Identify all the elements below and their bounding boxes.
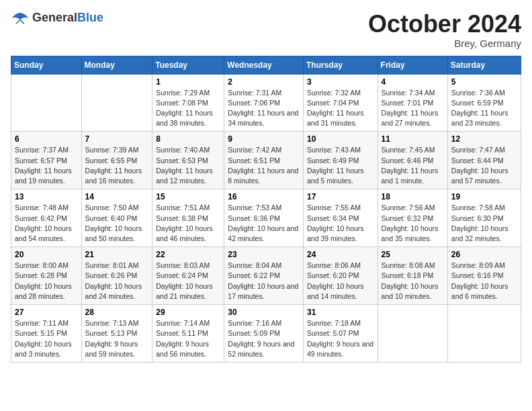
day-number: 6 [15, 134, 78, 144]
day-info: Sunrise: 8:06 AMSunset: 6:20 PMDaylight:… [307, 261, 374, 302]
calendar-cell: 25Sunrise: 8:08 AMSunset: 6:18 PMDayligh… [378, 247, 447, 305]
day-info: Sunrise: 7:16 AMSunset: 5:09 PMDaylight:… [228, 318, 300, 359]
day-number: 5 [451, 77, 517, 87]
day-number: 30 [228, 308, 300, 317]
calendar-cell: 6Sunrise: 7:37 AMSunset: 6:57 PMDaylight… [11, 132, 82, 189]
logo-bird-icon [11, 11, 30, 25]
title-area: October 2024 Brey, Germany [368, 11, 521, 49]
day-info: Sunrise: 7:58 AMSunset: 6:30 PMDaylight:… [451, 203, 517, 244]
day-number: 17 [307, 192, 374, 201]
calendar-cell: 2Sunrise: 7:31 AMSunset: 7:06 PMDaylight… [224, 74, 304, 132]
calendar-cell: 20Sunrise: 8:00 AMSunset: 6:28 PMDayligh… [11, 247, 82, 305]
day-info: Sunrise: 7:14 AMSunset: 5:11 PMDaylight:… [156, 318, 220, 359]
day-number: 13 [15, 192, 78, 201]
day-number: 8 [156, 134, 220, 144]
calendar-cell: 7Sunrise: 7:39 AMSunset: 6:55 PMDaylight… [81, 132, 152, 189]
day-number: 7 [85, 134, 149, 144]
calendar-cell: 26Sunrise: 8:09 AMSunset: 6:16 PMDayligh… [447, 247, 521, 305]
calendar-cell [11, 74, 82, 132]
day-info: Sunrise: 8:08 AMSunset: 6:18 PMDaylight:… [382, 261, 444, 302]
day-number: 27 [15, 308, 78, 317]
calendar-week-row: 1Sunrise: 7:29 AMSunset: 7:08 PMDaylight… [11, 74, 521, 132]
calendar-week-row: 27Sunrise: 7:11 AMSunset: 5:15 PMDayligh… [11, 305, 521, 363]
day-number: 16 [228, 192, 300, 201]
day-info: Sunrise: 7:18 AMSunset: 5:07 PMDaylight:… [307, 318, 374, 359]
calendar-cell: 21Sunrise: 8:01 AMSunset: 6:26 PMDayligh… [81, 247, 152, 305]
location-title: Brey, Germany [368, 38, 521, 49]
calendar-cell [447, 305, 521, 363]
page-header: GeneralBlue October 2024 Brey, Germany [11, 11, 521, 49]
calendar-cell: 22Sunrise: 8:03 AMSunset: 6:24 PMDayligh… [152, 247, 224, 305]
day-info: Sunrise: 7:31 AMSunset: 7:06 PMDaylight:… [228, 88, 300, 129]
weekday-header-saturday: Saturday [447, 56, 521, 74]
day-info: Sunrise: 8:01 AMSunset: 6:26 PMDaylight:… [85, 261, 149, 302]
weekday-header-friday: Friday [378, 56, 447, 74]
day-info: Sunrise: 7:51 AMSunset: 6:38 PMDaylight:… [156, 203, 220, 244]
day-number: 31 [307, 308, 374, 317]
day-number: 12 [451, 134, 517, 144]
logo: GeneralBlue [11, 11, 103, 25]
day-info: Sunrise: 7:40 AMSunset: 6:53 PMDaylight:… [156, 145, 220, 186]
day-number: 19 [451, 192, 517, 201]
day-number: 3 [307, 77, 374, 87]
calendar-cell: 23Sunrise: 8:04 AMSunset: 6:22 PMDayligh… [224, 247, 304, 305]
calendar-cell: 29Sunrise: 7:14 AMSunset: 5:11 PMDayligh… [152, 305, 224, 363]
calendar-cell: 5Sunrise: 7:36 AMSunset: 6:59 PMDaylight… [447, 74, 521, 132]
day-info: Sunrise: 7:39 AMSunset: 6:55 PMDaylight:… [85, 145, 149, 186]
day-number: 9 [228, 134, 300, 144]
calendar-cell: 16Sunrise: 7:53 AMSunset: 6:36 PMDayligh… [224, 189, 304, 247]
day-info: Sunrise: 8:09 AMSunset: 6:16 PMDaylight:… [451, 261, 517, 302]
weekday-header-monday: Monday [81, 56, 152, 74]
day-info: Sunrise: 7:47 AMSunset: 6:44 PMDaylight:… [451, 145, 517, 186]
day-info: Sunrise: 7:34 AMSunset: 7:01 PMDaylight:… [382, 88, 444, 129]
calendar-week-row: 20Sunrise: 8:00 AMSunset: 6:28 PMDayligh… [11, 247, 521, 305]
weekday-header-sunday: Sunday [11, 56, 82, 74]
calendar-table: SundayMondayTuesdayWednesdayThursdayFrid… [11, 56, 521, 363]
day-info: Sunrise: 7:29 AMSunset: 7:08 PMDaylight:… [156, 88, 220, 129]
day-number: 18 [382, 192, 444, 201]
calendar-cell: 17Sunrise: 7:55 AMSunset: 6:34 PMDayligh… [303, 189, 378, 247]
calendar-cell [81, 74, 152, 132]
calendar-week-row: 6Sunrise: 7:37 AMSunset: 6:57 PMDaylight… [11, 132, 521, 189]
day-number: 11 [382, 134, 444, 144]
calendar-cell [378, 305, 447, 363]
day-info: Sunrise: 7:32 AMSunset: 7:04 PMDaylight:… [307, 88, 374, 129]
day-number: 10 [307, 134, 374, 144]
calendar-cell: 30Sunrise: 7:16 AMSunset: 5:09 PMDayligh… [224, 305, 304, 363]
weekday-header-row: SundayMondayTuesdayWednesdayThursdayFrid… [11, 56, 521, 74]
logo-text-blue: Blue [77, 11, 103, 24]
day-info: Sunrise: 7:48 AMSunset: 6:42 PMDaylight:… [15, 203, 78, 244]
day-info: Sunrise: 7:55 AMSunset: 6:34 PMDaylight:… [307, 203, 374, 244]
day-number: 1 [156, 77, 220, 87]
weekday-header-thursday: Thursday [303, 56, 378, 74]
day-number: 2 [228, 77, 300, 87]
calendar-cell: 19Sunrise: 7:58 AMSunset: 6:30 PMDayligh… [447, 189, 521, 247]
day-info: Sunrise: 7:53 AMSunset: 6:36 PMDaylight:… [228, 203, 300, 244]
day-number: 14 [85, 192, 149, 201]
day-info: Sunrise: 7:50 AMSunset: 6:40 PMDaylight:… [85, 203, 149, 244]
calendar-cell: 1Sunrise: 7:29 AMSunset: 7:08 PMDaylight… [152, 74, 224, 132]
calendar-cell: 28Sunrise: 7:13 AMSunset: 5:13 PMDayligh… [81, 305, 152, 363]
day-number: 26 [451, 250, 517, 259]
calendar-cell: 24Sunrise: 8:06 AMSunset: 6:20 PMDayligh… [303, 247, 378, 305]
day-info: Sunrise: 7:45 AMSunset: 6:46 PMDaylight:… [382, 145, 444, 186]
calendar-body: 1Sunrise: 7:29 AMSunset: 7:08 PMDaylight… [11, 74, 521, 362]
calendar-cell: 18Sunrise: 7:56 AMSunset: 6:32 PMDayligh… [378, 189, 447, 247]
day-number: 21 [85, 250, 149, 259]
day-info: Sunrise: 7:11 AMSunset: 5:15 PMDaylight:… [15, 318, 78, 359]
calendar-cell: 8Sunrise: 7:40 AMSunset: 6:53 PMDaylight… [152, 132, 224, 189]
weekday-header-tuesday: Tuesday [152, 56, 224, 74]
day-number: 4 [382, 77, 444, 87]
calendar-cell: 31Sunrise: 7:18 AMSunset: 5:07 PMDayligh… [303, 305, 378, 363]
day-number: 20 [15, 250, 78, 259]
calendar-cell: 12Sunrise: 7:47 AMSunset: 6:44 PMDayligh… [447, 132, 521, 189]
calendar-cell: 27Sunrise: 7:11 AMSunset: 5:15 PMDayligh… [11, 305, 82, 363]
day-info: Sunrise: 8:04 AMSunset: 6:22 PMDaylight:… [228, 261, 300, 302]
logo-text-general: General [32, 11, 77, 24]
calendar-cell: 15Sunrise: 7:51 AMSunset: 6:38 PMDayligh… [152, 189, 224, 247]
day-info: Sunrise: 7:56 AMSunset: 6:32 PMDaylight:… [382, 203, 444, 244]
day-info: Sunrise: 7:13 AMSunset: 5:13 PMDaylight:… [85, 318, 149, 359]
day-number: 24 [307, 250, 374, 259]
day-info: Sunrise: 7:36 AMSunset: 6:59 PMDaylight:… [451, 88, 517, 129]
calendar-cell: 11Sunrise: 7:45 AMSunset: 6:46 PMDayligh… [378, 132, 447, 189]
